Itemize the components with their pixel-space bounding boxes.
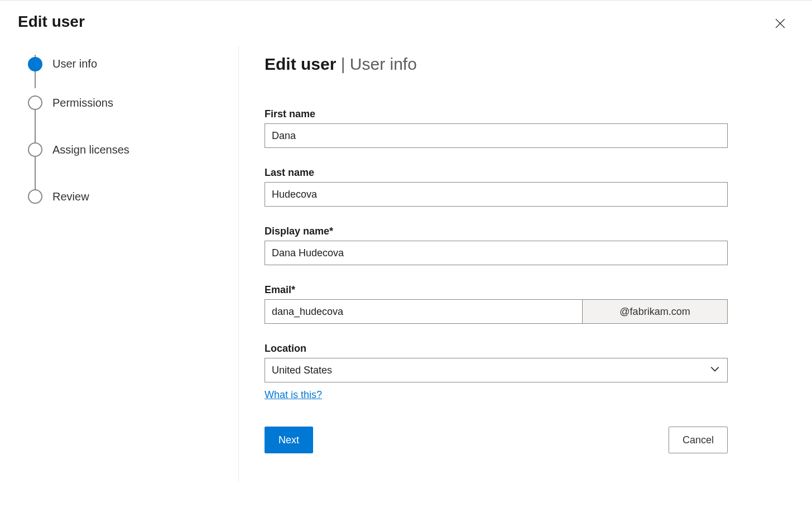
step-connector xyxy=(35,109,36,143)
step-label: Review xyxy=(52,190,89,203)
email-domain-suffix: @fabrikam.com xyxy=(583,299,728,324)
last-name-label: Last name xyxy=(265,167,730,179)
step-dot-icon xyxy=(28,142,42,157)
step-user-info[interactable]: User info xyxy=(28,57,238,79)
step-review[interactable]: Review xyxy=(28,173,238,220)
what-is-this-link[interactable]: What is this? xyxy=(265,389,322,401)
next-button[interactable]: Next xyxy=(265,427,313,453)
step-dot-icon xyxy=(28,95,42,110)
display-name-input[interactable] xyxy=(265,241,728,265)
location-label: Location xyxy=(265,343,730,355)
first-name-label: First name xyxy=(265,108,730,120)
page-title-suffix: User info xyxy=(350,55,417,73)
page-title-sep: | xyxy=(336,55,349,73)
step-dot-icon xyxy=(28,57,42,71)
location-select[interactable] xyxy=(265,358,728,382)
display-name-label: Display name* xyxy=(265,226,730,237)
step-dot-icon xyxy=(28,189,42,204)
email-label: Email* xyxy=(265,284,730,296)
first-name-input[interactable] xyxy=(265,123,728,148)
main-content: Edit user | User info First name Last na… xyxy=(239,46,730,481)
cancel-button[interactable]: Cancel xyxy=(669,427,728,453)
panel-title: Edit user xyxy=(18,13,85,31)
step-label: User info xyxy=(52,58,97,70)
wizard-steps: User info Permissions Assign licenses Re… xyxy=(0,46,239,481)
close-icon xyxy=(775,22,785,30)
page-title-prefix: Edit user xyxy=(265,55,336,73)
step-label: Assign licenses xyxy=(52,143,129,156)
last-name-input[interactable] xyxy=(265,182,728,207)
step-connector xyxy=(35,156,36,190)
step-assign-licenses[interactable]: Assign licenses xyxy=(28,126,238,173)
page-title: Edit user | User info xyxy=(265,55,730,74)
email-input[interactable] xyxy=(265,299,583,324)
close-button[interactable] xyxy=(772,15,789,33)
step-label: Permissions xyxy=(52,97,113,109)
step-permissions[interactable]: Permissions xyxy=(28,79,238,126)
